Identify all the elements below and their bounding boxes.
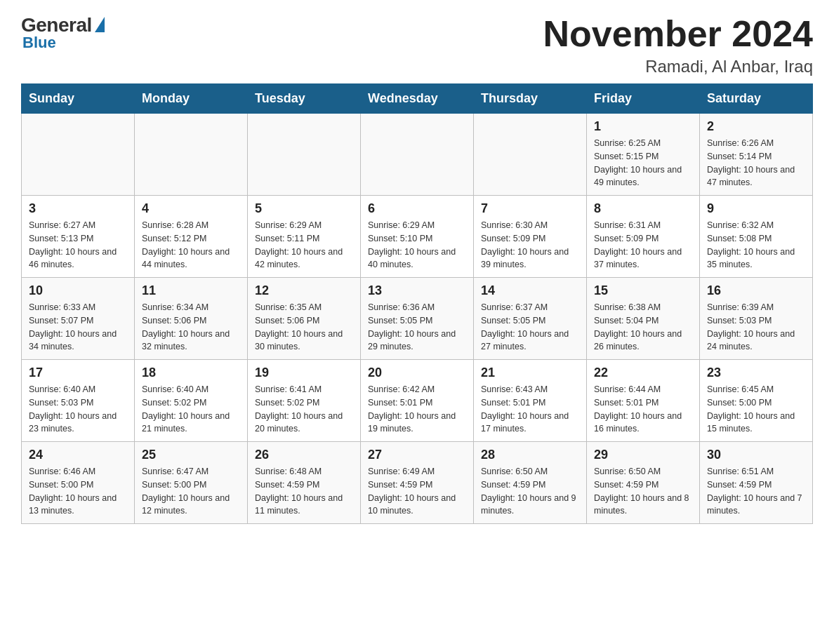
calendar-cell: 7Sunrise: 6:30 AMSunset: 5:09 PMDaylight… [474, 196, 587, 278]
calendar-cell: 17Sunrise: 6:40 AMSunset: 5:03 PMDayligh… [22, 360, 135, 442]
day-number: 16 [707, 283, 805, 298]
day-info: Sunrise: 6:45 AMSunset: 5:00 PMDaylight:… [707, 383, 805, 436]
calendar-cell [361, 114, 474, 196]
calendar-cell: 14Sunrise: 6:37 AMSunset: 5:05 PMDayligh… [474, 278, 587, 360]
calendar-cell: 11Sunrise: 6:34 AMSunset: 5:06 PMDayligh… [135, 278, 248, 360]
day-info: Sunrise: 6:31 AMSunset: 5:09 PMDaylight:… [594, 219, 692, 271]
calendar-week-row: 10Sunrise: 6:33 AMSunset: 5:07 PMDayligh… [22, 278, 813, 360]
calendar-cell: 21Sunrise: 6:43 AMSunset: 5:01 PMDayligh… [474, 360, 587, 442]
calendar-cell [474, 114, 587, 196]
day-number: 13 [368, 283, 466, 298]
day-number: 7 [481, 201, 579, 216]
day-number: 10 [29, 283, 127, 298]
calendar-cell: 13Sunrise: 6:36 AMSunset: 5:05 PMDayligh… [361, 278, 474, 360]
day-info: Sunrise: 6:25 AMSunset: 5:15 PMDaylight:… [594, 137, 692, 189]
calendar-cell: 9Sunrise: 6:32 AMSunset: 5:08 PMDaylight… [700, 196, 813, 278]
day-number: 23 [707, 365, 805, 380]
day-info: Sunrise: 6:41 AMSunset: 5:02 PMDaylight:… [255, 383, 353, 436]
calendar-cell [248, 114, 361, 196]
calendar-cell: 30Sunrise: 6:51 AMSunset: 4:59 PMDayligh… [700, 442, 813, 524]
calendar-cell: 29Sunrise: 6:50 AMSunset: 4:59 PMDayligh… [587, 442, 700, 524]
calendar-cell: 19Sunrise: 6:41 AMSunset: 5:02 PMDayligh… [248, 360, 361, 442]
day-number: 3 [29, 201, 127, 216]
calendar-week-row: 17Sunrise: 6:40 AMSunset: 5:03 PMDayligh… [22, 360, 813, 442]
day-number: 12 [255, 283, 353, 298]
day-info: Sunrise: 6:28 AMSunset: 5:12 PMDaylight:… [142, 219, 240, 271]
day-info: Sunrise: 6:34 AMSunset: 5:06 PMDaylight:… [142, 301, 240, 354]
day-info: Sunrise: 6:44 AMSunset: 5:01 PMDaylight:… [594, 383, 692, 436]
day-header-sunday: Sunday [22, 84, 135, 114]
day-info: Sunrise: 6:39 AMSunset: 5:03 PMDaylight:… [707, 301, 805, 354]
day-info: Sunrise: 6:33 AMSunset: 5:07 PMDaylight:… [29, 301, 127, 354]
day-info: Sunrise: 6:51 AMSunset: 4:59 PMDaylight:… [707, 465, 805, 518]
day-number: 18 [142, 365, 240, 380]
day-number: 14 [481, 283, 579, 298]
logo-blue-text: Blue [22, 34, 56, 52]
day-info: Sunrise: 6:42 AMSunset: 5:01 PMDaylight:… [368, 383, 466, 436]
day-number: 20 [368, 365, 466, 380]
day-info: Sunrise: 6:38 AMSunset: 5:04 PMDaylight:… [594, 301, 692, 354]
calendar-cell: 27Sunrise: 6:49 AMSunset: 4:59 PMDayligh… [361, 442, 474, 524]
day-header-saturday: Saturday [700, 84, 813, 114]
day-info: Sunrise: 6:29 AMSunset: 5:10 PMDaylight:… [368, 219, 466, 271]
day-header-wednesday: Wednesday [361, 84, 474, 114]
day-info: Sunrise: 6:26 AMSunset: 5:14 PMDaylight:… [707, 137, 805, 189]
day-number: 30 [707, 448, 805, 462]
day-number: 15 [594, 283, 692, 298]
day-number: 11 [142, 283, 240, 298]
day-number: 25 [142, 448, 240, 462]
calendar-week-row: 24Sunrise: 6:46 AMSunset: 5:00 PMDayligh… [22, 442, 813, 524]
calendar-subtitle: Ramadi, Al Anbar, Iraq [543, 57, 813, 76]
day-number: 8 [594, 201, 692, 216]
calendar-cell [135, 114, 248, 196]
day-info: Sunrise: 6:36 AMSunset: 5:05 PMDaylight:… [368, 301, 466, 354]
day-number: 6 [368, 201, 466, 216]
day-header-tuesday: Tuesday [248, 84, 361, 114]
day-number: 28 [481, 448, 579, 462]
day-number: 22 [594, 365, 692, 380]
day-number: 2 [707, 119, 805, 134]
calendar-cell: 22Sunrise: 6:44 AMSunset: 5:01 PMDayligh… [587, 360, 700, 442]
day-info: Sunrise: 6:50 AMSunset: 4:59 PMDaylight:… [481, 465, 579, 518]
day-info: Sunrise: 6:40 AMSunset: 5:03 PMDaylight:… [29, 383, 127, 436]
day-number: 29 [594, 448, 692, 462]
calendar-cell: 23Sunrise: 6:45 AMSunset: 5:00 PMDayligh… [700, 360, 813, 442]
calendar-cell: 20Sunrise: 6:42 AMSunset: 5:01 PMDayligh… [361, 360, 474, 442]
calendar-cell: 8Sunrise: 6:31 AMSunset: 5:09 PMDaylight… [587, 196, 700, 278]
calendar-cell: 24Sunrise: 6:46 AMSunset: 5:00 PMDayligh… [22, 442, 135, 524]
day-info: Sunrise: 6:43 AMSunset: 5:01 PMDaylight:… [481, 383, 579, 436]
day-number: 17 [29, 365, 127, 380]
calendar-cell: 18Sunrise: 6:40 AMSunset: 5:02 PMDayligh… [135, 360, 248, 442]
calendar-cell: 2Sunrise: 6:26 AMSunset: 5:14 PMDaylight… [700, 114, 813, 196]
day-info: Sunrise: 6:40 AMSunset: 5:02 PMDaylight:… [142, 383, 240, 436]
day-number: 5 [255, 201, 353, 216]
day-number: 4 [142, 201, 240, 216]
day-number: 9 [707, 201, 805, 216]
calendar-header-row: SundayMondayTuesdayWednesdayThursdayFrid… [22, 84, 813, 114]
day-number: 19 [255, 365, 353, 380]
day-header-monday: Monday [135, 84, 248, 114]
title-block: November 2024 Ramadi, Al Anbar, Iraq [543, 14, 813, 76]
calendar-cell: 15Sunrise: 6:38 AMSunset: 5:04 PMDayligh… [587, 278, 700, 360]
day-number: 21 [481, 365, 579, 380]
calendar-cell: 3Sunrise: 6:27 AMSunset: 5:13 PMDaylight… [22, 196, 135, 278]
day-info: Sunrise: 6:27 AMSunset: 5:13 PMDaylight:… [29, 219, 127, 271]
calendar-cell: 16Sunrise: 6:39 AMSunset: 5:03 PMDayligh… [700, 278, 813, 360]
day-info: Sunrise: 6:35 AMSunset: 5:06 PMDaylight:… [255, 301, 353, 354]
day-header-thursday: Thursday [474, 84, 587, 114]
day-info: Sunrise: 6:46 AMSunset: 5:00 PMDaylight:… [29, 465, 127, 518]
day-info: Sunrise: 6:29 AMSunset: 5:11 PMDaylight:… [255, 219, 353, 271]
calendar-week-row: 1Sunrise: 6:25 AMSunset: 5:15 PMDaylight… [22, 114, 813, 196]
day-info: Sunrise: 6:30 AMSunset: 5:09 PMDaylight:… [481, 219, 579, 271]
calendar-title: November 2024 [543, 14, 813, 54]
day-number: 27 [368, 448, 466, 462]
day-info: Sunrise: 6:48 AMSunset: 4:59 PMDaylight:… [255, 465, 353, 518]
calendar-cell: 28Sunrise: 6:50 AMSunset: 4:59 PMDayligh… [474, 442, 587, 524]
day-number: 1 [594, 119, 692, 134]
day-number: 26 [255, 448, 353, 462]
calendar-cell [22, 114, 135, 196]
day-info: Sunrise: 6:32 AMSunset: 5:08 PMDaylight:… [707, 219, 805, 271]
day-number: 24 [29, 448, 127, 462]
day-info: Sunrise: 6:47 AMSunset: 5:00 PMDaylight:… [142, 465, 240, 518]
day-info: Sunrise: 6:49 AMSunset: 4:59 PMDaylight:… [368, 465, 466, 518]
